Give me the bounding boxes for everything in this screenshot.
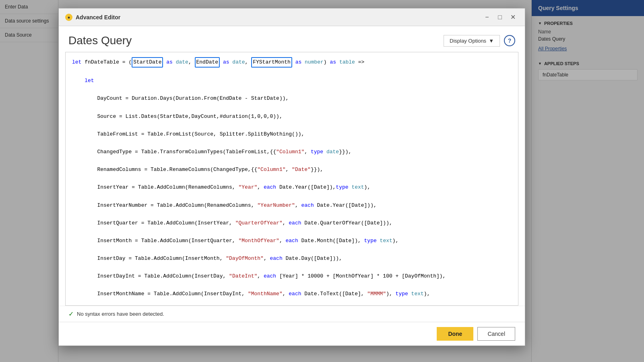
code-content: let fnDateTable = (StartDate as date, En… [72, 57, 512, 305]
modal-heading: Dates Query [68, 34, 132, 47]
status-check-icon: ✓ [68, 310, 74, 318]
chevron-down-icon: ▼ [489, 38, 494, 44]
help-button[interactable]: ? [504, 35, 515, 46]
status-bar: ✓ No syntax errors have been detected. [59, 306, 525, 322]
modal-content: Dates Query Display Options ▼ ? let fnDa… [59, 26, 525, 346]
param-fy-start-month: FYStartMonth [251, 57, 292, 68]
status-text: No syntax errors have been detected. [77, 311, 164, 317]
close-button[interactable]: ✕ [507, 12, 518, 23]
minimize-button[interactable]: − [481, 12, 493, 23]
advanced-editor-modal: ● Advanced Editor − □ ✕ Dates Query Disp… [58, 8, 525, 346]
modal-footer: Done Cancel [59, 322, 525, 346]
modal-window-controls: − □ ✕ [481, 12, 518, 23]
modal-app-icon: ● [65, 14, 72, 21]
modal-title-text: Advanced Editor [76, 14, 120, 21]
modal-header-right: Display Options ▼ ? [444, 35, 515, 47]
display-options-button[interactable]: Display Options ▼ [444, 35, 500, 47]
modal-title-left: ● Advanced Editor [65, 14, 120, 21]
code-editor[interactable]: let fnDateTable = (StartDate as date, En… [65, 52, 518, 306]
cancel-button[interactable]: Cancel [477, 327, 515, 341]
code-editor-inner[interactable]: let fnDateTable = (StartDate as date, En… [66, 52, 518, 305]
done-button[interactable]: Done [437, 327, 473, 341]
modal-titlebar: ● Advanced Editor − □ ✕ [59, 8, 525, 26]
modal-header: Dates Query Display Options ▼ ? [59, 26, 525, 52]
param-end-date: EndDate [195, 57, 220, 68]
maximize-button[interactable]: □ [494, 12, 506, 23]
param-start-date: StartDate [132, 57, 163, 68]
